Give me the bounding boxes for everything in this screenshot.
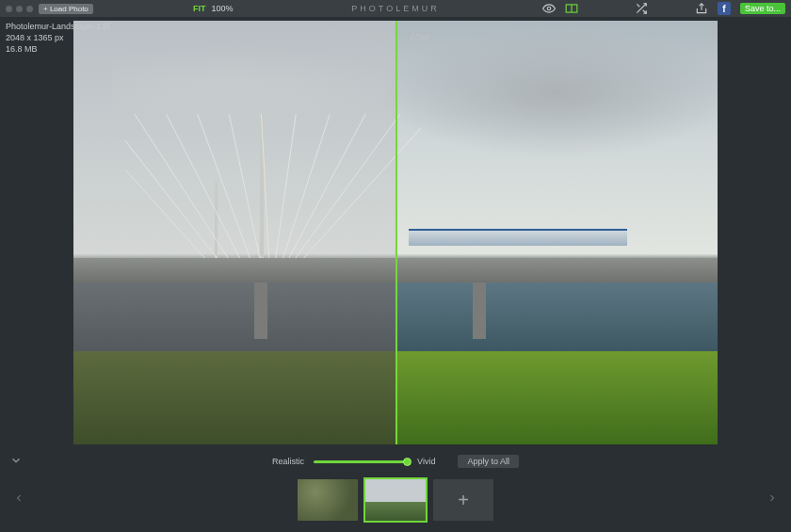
thumbnail-2[interactable] bbox=[365, 479, 426, 521]
intensity-slider[interactable] bbox=[314, 460, 408, 463]
plus-icon: + bbox=[458, 490, 469, 511]
minimize-window-dot[interactable] bbox=[16, 6, 23, 12]
next-thumb-button[interactable] bbox=[761, 483, 783, 517]
apply-to-all-button[interactable]: Apply to All bbox=[458, 455, 519, 468]
add-photo-thumb[interactable]: + bbox=[433, 479, 493, 521]
prev-thumb-button[interactable] bbox=[8, 483, 30, 517]
slider-knob[interactable] bbox=[403, 458, 412, 466]
save-button[interactable]: Save to... bbox=[740, 3, 785, 14]
shuffle-icon[interactable] bbox=[635, 2, 648, 15]
window-controls bbox=[0, 6, 33, 12]
slider-left-label: Realistic bbox=[272, 457, 304, 466]
eye-icon[interactable] bbox=[542, 2, 556, 15]
svg-point-0 bbox=[547, 7, 551, 10]
split-handle[interactable] bbox=[396, 21, 397, 444]
image-canvas[interactable]: Before After bbox=[73, 21, 718, 444]
before-label: Before bbox=[362, 32, 389, 42]
zoom-window-dot[interactable] bbox=[26, 6, 33, 12]
slider-right-label: Vivid bbox=[417, 457, 435, 466]
compare-icon[interactable] bbox=[565, 2, 578, 15]
facebook-icon[interactable]: f bbox=[718, 2, 731, 15]
close-window-dot[interactable] bbox=[6, 6, 12, 12]
file-info: Photolemur-Landscape-1.tif 2048 x 1365 p… bbox=[6, 21, 110, 55]
file-name: Photolemur-Landscape-1.tif bbox=[6, 21, 110, 32]
after-label: After bbox=[410, 32, 429, 42]
before-after-labels: Before After bbox=[362, 32, 430, 42]
thumbnail-strip: + bbox=[0, 473, 791, 527]
file-dimensions: 2048 x 1365 px bbox=[6, 32, 110, 43]
fit-button[interactable]: FIT bbox=[193, 4, 206, 13]
thumbnail-1[interactable] bbox=[298, 479, 358, 521]
zoom-percent[interactable]: 100% bbox=[212, 4, 234, 13]
zoom-controls: FIT 100% bbox=[193, 4, 234, 13]
app-brand: PHOTOLEMUR bbox=[351, 4, 439, 13]
share-icon[interactable] bbox=[695, 2, 708, 15]
title-bar: + Load Photo FIT 100% PHOTOLEMUR f Save … bbox=[0, 0, 791, 17]
intensity-controls: Realistic Vivid Apply to All bbox=[0, 452, 791, 471]
file-size: 16.8 MB bbox=[6, 43, 110, 55]
load-photo-button[interactable]: + Load Photo bbox=[39, 4, 93, 14]
